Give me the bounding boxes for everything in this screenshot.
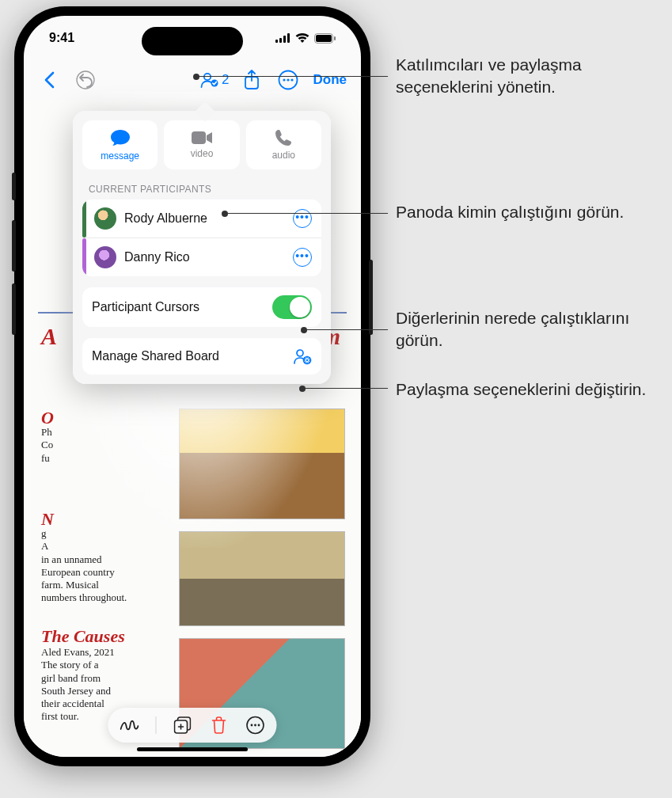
svg-point-24 xyxy=(258,724,260,727)
setting-label: Manage Shared Board xyxy=(92,349,285,363)
add-square-icon xyxy=(174,716,192,734)
note-text: Ph Co fu xyxy=(41,426,160,465)
avatar xyxy=(94,246,116,268)
contact-tile-message[interactable]: message xyxy=(82,120,158,169)
cursors-setting: Participant Cursors xyxy=(82,287,321,327)
svg-point-13 xyxy=(287,78,289,81)
note-text: g A in an unnamed European country farm.… xyxy=(41,527,176,605)
side-button xyxy=(369,260,373,335)
callout-leader xyxy=(304,329,388,330)
video-icon xyxy=(191,131,213,145)
svg-point-14 xyxy=(290,78,293,81)
ellipsis-circle-icon xyxy=(278,70,298,90)
back-button[interactable] xyxy=(35,66,63,94)
svg-rect-6 xyxy=(334,36,336,40)
svg-point-16 xyxy=(297,350,303,356)
status-right xyxy=(275,33,336,44)
status-time: 9:41 xyxy=(49,31,74,45)
phone-icon xyxy=(275,129,292,146)
svg-rect-15 xyxy=(192,131,206,144)
board-image[interactable] xyxy=(179,408,345,519)
tile-label: video xyxy=(191,148,214,159)
svg-point-18 xyxy=(306,359,308,361)
trash-icon xyxy=(211,716,227,734)
svg-point-12 xyxy=(283,78,285,81)
avatar xyxy=(94,207,116,230)
callout-leader xyxy=(302,388,388,389)
presence-indicator xyxy=(82,238,86,276)
presence-indicator xyxy=(82,200,86,238)
delete-button[interactable] xyxy=(209,715,230,735)
collaboration-button[interactable]: 2 xyxy=(200,66,229,94)
contact-tile-audio[interactable]: audio xyxy=(246,120,321,169)
collaborate-icon xyxy=(200,71,219,89)
manage-shared-board-row[interactable]: Manage Shared Board xyxy=(82,338,321,374)
svg-rect-3 xyxy=(287,33,290,43)
done-button[interactable]: Done xyxy=(310,72,351,88)
section-label-participants: CURRENT PARTICIPANTS xyxy=(82,179,321,200)
tile-label: audio xyxy=(272,150,295,161)
callout-text: Paylaşma seçeneklerini değiştirin. xyxy=(396,378,657,401)
participant-row[interactable]: Danny Rico ••• xyxy=(82,238,321,276)
wifi-icon xyxy=(295,33,309,43)
svg-point-8 xyxy=(204,74,211,80)
contact-method-row: message video audio xyxy=(82,120,321,169)
svg-rect-1 xyxy=(279,38,282,43)
note-heading: The Causes xyxy=(41,625,125,648)
contact-tile-video[interactable]: video xyxy=(164,120,239,169)
callout-text: Panoda kimin çalıştığını görün. xyxy=(396,201,657,223)
callout-text: Diğerlerinin nerede çalıştıklarını görün… xyxy=(396,307,657,352)
draw-button[interactable] xyxy=(120,715,140,735)
top-toolbar: 2 Done xyxy=(24,60,361,100)
svg-point-23 xyxy=(254,724,256,727)
bottom-more-button[interactable] xyxy=(245,715,266,735)
message-icon xyxy=(110,128,131,147)
callout-leader xyxy=(196,76,388,77)
side-button xyxy=(12,283,16,335)
iphone-frame: 9:41 2 xyxy=(14,6,370,766)
side-button xyxy=(12,173,16,200)
participant-more-button[interactable]: ••• xyxy=(293,248,312,267)
collab-count: 2 xyxy=(222,72,229,88)
manage-board: Manage Shared Board xyxy=(82,338,321,374)
participant-cursors-row[interactable]: Participant Cursors xyxy=(82,287,321,327)
participant-more-button[interactable]: ••• xyxy=(293,209,312,228)
separator xyxy=(156,716,157,734)
svg-rect-2 xyxy=(283,36,286,43)
tile-label: message xyxy=(101,150,139,162)
screen: 9:41 2 xyxy=(24,16,361,757)
undo-button[interactable] xyxy=(71,66,100,94)
participant-name: Danny Rico xyxy=(124,250,285,264)
share-button[interactable] xyxy=(237,66,266,94)
participants-list: Rody Albuerne ••• Danny Rico ••• xyxy=(82,200,321,276)
svg-rect-0 xyxy=(275,40,278,43)
svg-rect-5 xyxy=(316,35,332,42)
board-image[interactable] xyxy=(179,531,345,626)
battery-icon xyxy=(314,33,336,44)
callout-text: Katılımcıları ve paylaşma seçeneklerini … xyxy=(396,54,657,99)
scribble-icon xyxy=(120,718,139,732)
dynamic-island xyxy=(142,27,243,55)
participant-row[interactable]: Rody Albuerne ••• xyxy=(82,200,321,238)
svg-point-22 xyxy=(251,724,253,727)
add-item-button[interactable] xyxy=(173,715,193,735)
cellular-icon xyxy=(275,33,290,43)
board-title-frag: A xyxy=(41,321,57,352)
participant-cursors-toggle[interactable] xyxy=(272,295,312,319)
share-icon xyxy=(244,70,260,90)
setting-label: Participant Cursors xyxy=(92,300,264,314)
bottom-toolbar xyxy=(108,708,277,743)
manage-board-icon xyxy=(293,347,312,366)
side-button xyxy=(12,220,16,272)
callout-leader xyxy=(225,213,388,214)
collaboration-popover: message video audio CURRENT PARTICIPANTS… xyxy=(73,111,331,384)
more-button[interactable] xyxy=(274,66,302,94)
home-indicator xyxy=(137,747,248,751)
ellipsis-circle-icon xyxy=(246,716,265,735)
